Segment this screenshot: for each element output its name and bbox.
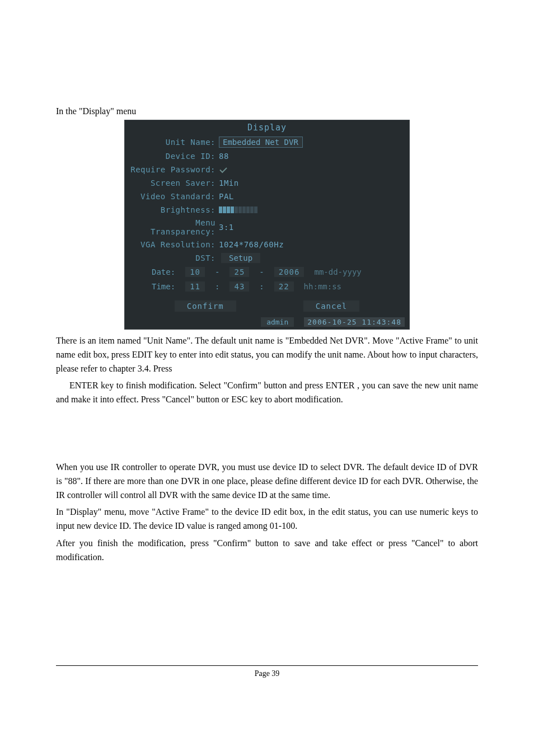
device-id-label: Device ID: <box>129 152 219 161</box>
status-user: admin <box>261 317 294 327</box>
date-year-input[interactable]: 2006 <box>274 267 305 277</box>
vga-resolution-value[interactable]: 1024*768/60Hz <box>219 240 284 249</box>
brightness-slider[interactable] <box>219 206 257 213</box>
device-id-value[interactable]: 88 <box>219 152 229 161</box>
paragraph-4: After you finish the modification, press… <box>56 537 478 565</box>
checkmark-icon[interactable] <box>219 166 228 173</box>
date-row: Date: 10 - 25 - 2006 mm-dd-yyyy <box>125 265 409 279</box>
video-standard-label: Video Standard: <box>129 192 219 201</box>
screen-saver-value[interactable]: 1Min <box>219 179 239 187</box>
page-number: Page 39 <box>56 666 478 689</box>
paragraph-1b: ENTER key to finish modification. Select… <box>56 379 478 407</box>
vga-resolution-label: VGA Resolution: <box>129 240 219 249</box>
date-pattern: mm-dd-yyyy <box>314 267 361 276</box>
time-hour-input[interactable]: 11 <box>185 281 205 292</box>
video-standard-value[interactable]: PAL <box>219 192 234 201</box>
paragraph-1a: There is an item named "Unit Name". The … <box>56 334 478 375</box>
paragraph-2: When you use IR controller to operate DV… <box>56 461 478 502</box>
date-month-input[interactable]: 10 <box>185 267 205 277</box>
display-settings-panel: Display Unit Name: Embedded Net DVR Devi… <box>124 120 410 330</box>
time-min-input[interactable]: 43 <box>229 281 249 292</box>
date-sep2: - <box>259 267 264 276</box>
unit-name-label: Unit Name: <box>129 138 219 147</box>
time-sep1: : <box>215 282 219 291</box>
status-timestamp: 2006-10-25 11:43:48 <box>304 317 405 327</box>
dst-label: DST: <box>129 253 219 262</box>
time-sep2: : <box>259 282 264 291</box>
time-row: Time: 11 : 43 : 22 hh:mm:ss <box>125 279 409 294</box>
date-day-input[interactable]: 25 <box>229 267 249 277</box>
intro-text: In the "Display" menu <box>56 106 478 116</box>
menu-transparency-label: Menu Transparency: <box>129 218 219 236</box>
brightness-label: Brightness: <box>129 205 219 214</box>
panel-title: Display <box>125 120 409 135</box>
require-password-label: Require Password: <box>129 165 219 174</box>
time-label: Time: <box>152 282 175 291</box>
time-sec-input[interactable]: 22 <box>274 281 294 292</box>
dst-setup-button[interactable]: Setup <box>221 253 260 263</box>
cancel-button[interactable]: Cancel <box>303 300 360 312</box>
unit-name-input[interactable]: Embedded Net DVR <box>219 137 303 148</box>
date-label: Date: <box>152 267 175 276</box>
confirm-button[interactable]: Confirm <box>175 300 236 312</box>
screen-saver-label: Screen Saver: <box>129 179 219 187</box>
paragraph-3: In "Display" menu, move "Active Frame" t… <box>56 505 478 533</box>
time-pattern: hh:mm:ss <box>304 282 341 291</box>
menu-transparency-value[interactable]: 3:1 <box>219 223 234 232</box>
date-sep1: - <box>215 267 219 276</box>
